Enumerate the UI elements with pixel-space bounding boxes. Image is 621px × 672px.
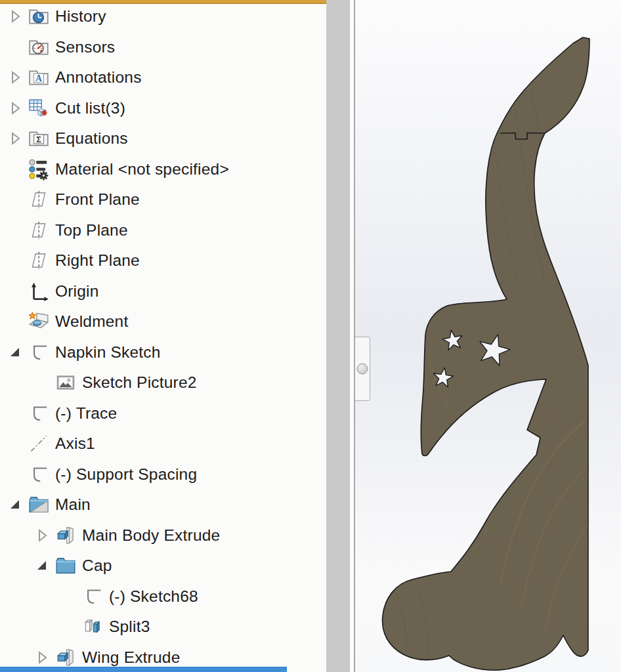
equations-icon <box>28 127 50 150</box>
tree-item-label: Napkin Sketch <box>55 343 161 362</box>
tree-item-origin[interactable]: Origin <box>5 276 326 307</box>
tree-item-cut-list-3[interactable]: Cut list(3) <box>5 93 326 124</box>
tree-item-napkin-sketch[interactable]: Napkin Sketch <box>5 337 326 368</box>
tree-item-trace[interactable]: (-) Trace <box>5 398 326 429</box>
extrude-icon <box>54 524 77 547</box>
tree-item-split3[interactable]: Split3 <box>59 612 326 642</box>
tree-item-sketch68[interactable]: (-) Sketch68 <box>59 581 326 612</box>
sketch-icon <box>81 585 104 608</box>
viewport-canvas <box>355 0 621 672</box>
tree-item-label: Material <not specified> <box>55 160 229 178</box>
tree-item-main-body-extrude[interactable]: Main Body Extrude <box>32 520 326 551</box>
collapse-arrow-icon[interactable] <box>5 343 25 362</box>
expand-arrow-icon[interactable] <box>32 648 52 667</box>
tree-item-label: Right Plane <box>55 251 140 270</box>
tree-item-weldment[interactable]: Weldment <box>5 306 326 337</box>
sensors-icon <box>28 36 50 58</box>
tree-item-cap[interactable]: Cap <box>32 551 326 581</box>
tree-item-label: History <box>55 7 106 26</box>
tree-item-label: Sketch Picture2 <box>82 373 197 392</box>
expand-arrow-icon[interactable] <box>32 526 52 545</box>
tree-item-label: (-) Trace <box>55 404 117 423</box>
annotations-icon <box>28 66 50 89</box>
tree-item-sketch-picture2[interactable]: Sketch Picture2 <box>32 368 326 398</box>
panel-top-accent-bar <box>0 0 326 4</box>
tree-item-annotations[interactable]: Annotations <box>5 62 326 93</box>
plane-icon <box>28 188 50 211</box>
folderhalf-icon <box>28 494 50 516</box>
tree-item-label: Main Body Extrude <box>82 526 220 545</box>
tree-item-label: Axis1 <box>55 434 95 453</box>
axis-icon <box>28 432 50 455</box>
tree-item-history[interactable]: History <box>5 1 326 32</box>
tree-item-label: Equations <box>55 129 128 148</box>
expand-arrow-icon[interactable] <box>5 129 25 148</box>
tree-item-equations[interactable]: Equations <box>5 123 326 154</box>
tree-item-top-plane[interactable]: Top Plane <box>5 215 326 246</box>
plane-icon <box>28 219 50 242</box>
tree-item-label: (-) Support Spacing <box>55 465 197 484</box>
tree-item-label: Cut list(3) <box>55 99 125 117</box>
tree-item-main[interactable]: Main <box>5 490 326 520</box>
tree-item-label: Cap <box>82 556 112 575</box>
feature-manager-panel: History Sensors Annotations Cut list(3) <box>0 0 326 672</box>
tree-item-label: Weldment <box>55 312 128 331</box>
tree-item-label: Origin <box>55 282 99 301</box>
tree-item-material-not-specified[interactable]: Material <not specified> <box>5 154 326 185</box>
collapse-arrow-icon[interactable] <box>32 556 52 576</box>
feature-tree: History Sensors Annotations Cut list(3) <box>0 1 326 672</box>
tree-item-label: Annotations <box>55 68 142 87</box>
weldment-icon <box>28 310 50 333</box>
cutlist-icon <box>28 97 50 119</box>
plane-icon <box>28 249 50 272</box>
collapse-arrow-icon[interactable] <box>5 495 25 514</box>
extrude-icon <box>54 646 77 669</box>
tree-item-label: Sensors <box>55 38 115 56</box>
tree-item-label: Main <box>55 495 91 514</box>
origin-icon <box>28 280 50 303</box>
sketch-icon <box>28 341 50 364</box>
rollback-bar[interactable] <box>0 667 287 672</box>
tree-item-axis1[interactable]: Axis1 <box>5 429 326 459</box>
expand-arrow-icon[interactable] <box>5 98 25 118</box>
picture-icon <box>54 371 77 394</box>
panel-splitter-strip[interactable] <box>326 0 350 672</box>
split-icon <box>81 616 104 638</box>
tree-item-label: (-) Sketch68 <box>109 587 198 606</box>
tree-item-label: Top Plane <box>55 221 128 240</box>
folderblue-icon <box>54 555 77 577</box>
tree-item-label: Front Plane <box>55 190 140 209</box>
tree-item-right-plane[interactable]: Right Plane <box>5 245 326 276</box>
splitter-collapse-tab[interactable] <box>354 337 370 401</box>
graphics-viewport[interactable] <box>355 0 621 672</box>
expand-arrow-icon[interactable] <box>5 68 25 87</box>
sketch-icon <box>28 402 50 425</box>
tree-item-front-plane[interactable]: Front Plane <box>5 184 326 215</box>
tree-item-sensors[interactable]: Sensors <box>5 32 326 63</box>
tree-item-label: Wing Extrude <box>82 648 180 667</box>
tree-item-label: Split3 <box>109 618 150 636</box>
expand-arrow-icon[interactable] <box>5 7 25 26</box>
splitter-handle-icon[interactable] <box>357 364 368 375</box>
material-icon <box>28 158 50 180</box>
tree-item-support-spacing[interactable]: (-) Support Spacing <box>5 459 326 490</box>
sketch-icon <box>28 463 50 486</box>
history-icon <box>28 5 50 28</box>
